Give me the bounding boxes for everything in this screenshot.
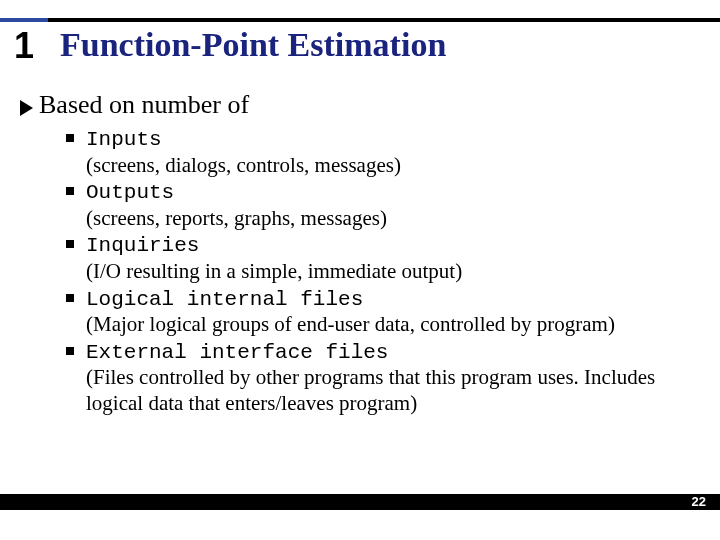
footer-bar xyxy=(0,494,720,510)
item-term: Outputs xyxy=(86,181,174,204)
list-item: Logical internal files (Major logical gr… xyxy=(66,286,690,338)
item-desc: (screens, dialogs, controls, messages) xyxy=(86,153,690,179)
slide-number-box: 1 xyxy=(0,22,48,70)
top-rule xyxy=(0,18,720,22)
item-desc: (Files controlled by other programs that… xyxy=(86,365,690,416)
page-number: 22 xyxy=(692,494,706,509)
lead-text: Based on number of xyxy=(39,90,249,120)
item-desc: (I/O resulting in a simple, immediate ou… xyxy=(86,259,690,285)
slide: 1 Function-Point Estimation Based on num… xyxy=(0,0,720,540)
list-item: Inquiries (I/O resulting in a simple, im… xyxy=(66,232,690,284)
item-term: Inquiries xyxy=(86,234,199,257)
list-item: Inputs (screens, dialogs, controls, mess… xyxy=(66,126,690,178)
slide-content: Based on number of Inputs (screens, dial… xyxy=(20,90,690,418)
item-term: External interface files xyxy=(86,341,388,364)
item-term: Inputs xyxy=(86,128,162,151)
slide-section-number: 1 xyxy=(14,25,34,67)
list-item: External interface files (Files controll… xyxy=(66,339,690,417)
item-desc: (screens, reports, graphs, messages) xyxy=(86,206,690,232)
arrow-bullet-icon xyxy=(20,100,33,116)
item-term: Logical internal files xyxy=(86,288,363,311)
bullet-list: Inputs (screens, dialogs, controls, mess… xyxy=(66,126,690,417)
lead-line: Based on number of xyxy=(20,90,690,120)
item-desc: (Major logical groups of end-user data, … xyxy=(86,312,690,338)
slide-title: Function-Point Estimation xyxy=(60,26,446,64)
list-item: Outputs (screens, reports, graphs, messa… xyxy=(66,179,690,231)
